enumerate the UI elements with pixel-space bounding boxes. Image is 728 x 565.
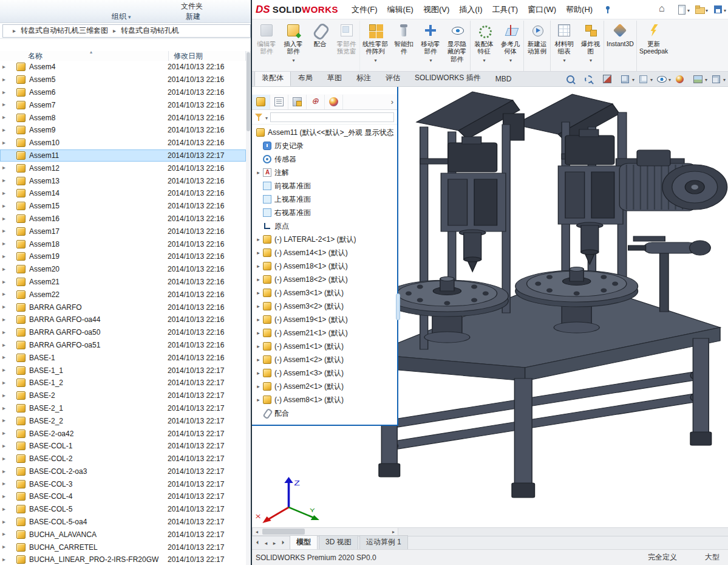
expand-arrow-icon[interactable] <box>254 263 262 269</box>
dropdown-caret-icon[interactable] <box>723 75 726 83</box>
file-row[interactable]: Assem4 2014/10/13 22:16 <box>0 61 246 74</box>
expand-arrow-icon[interactable] <box>254 357 262 363</box>
tree-item[interactable]: (-) Assem3<1> (默认) <box>252 286 397 300</box>
command-tab[interactable]: 布局 <box>291 72 320 86</box>
ribbon-button[interactable]: 爆炸视 图 <box>577 21 604 71</box>
tree-item[interactable]: (-) LATERAL-2<1> (默认) <box>252 233 397 246</box>
ribbon-button[interactable]: 插入零 部件 <box>280 21 307 71</box>
file-row[interactable]: Assem8 2014/10/13 22:16 <box>0 111 246 124</box>
expand-arrow-icon[interactable] <box>254 290 262 296</box>
tree-item[interactable]: 右视基准面 <box>252 206 397 219</box>
dropdown-caret-icon[interactable] <box>705 5 708 14</box>
dropdown-caret-icon[interactable] <box>482 55 485 64</box>
ribbon-button[interactable]: Instant3D <box>604 21 637 71</box>
expand-arrow-icon[interactable] <box>254 383 262 389</box>
file-row[interactable]: BUCHA_LINEAR_PRO-2-IRS-FR20GW 2014/10/13… <box>0 553 246 565</box>
dropdown-caret-icon[interactable] <box>704 75 707 83</box>
expand-arrow-icon[interactable] <box>254 370 262 376</box>
document-tab[interactable]: 3D 视图 <box>319 535 358 549</box>
quick-access-button[interactable] <box>693 3 710 16</box>
expand-arrow-icon[interactable] <box>254 343 262 349</box>
ribbon-button[interactable]: 新建运 动算例 <box>524 21 551 71</box>
file-row[interactable]: Assem12 2014/10/13 22:16 <box>0 162 246 174</box>
menu-item[interactable]: 窗口(W) <box>523 2 561 18</box>
menu-item[interactable]: 工具(T) <box>488 2 523 18</box>
file-row[interactable]: BARRA GARFO-oa51 2014/10/13 22:16 <box>0 339 246 352</box>
expand-arrow-icon[interactable] <box>254 170 262 176</box>
quick-access-button[interactable] <box>656 3 673 16</box>
tab-scroll-buttons[interactable]: ⏴◂▸⏵ <box>253 536 287 549</box>
dropdown-caret-icon[interactable] <box>509 55 512 64</box>
document-tab[interactable]: 模型 <box>290 535 318 549</box>
ribbon-button[interactable]: 智能扣 件 <box>390 21 417 71</box>
tree-item[interactable]: (-) Assem18<1> (默认) <box>252 259 397 273</box>
tree-item[interactable]: (-) Assem3<2> (默认) <box>252 300 397 313</box>
file-row[interactable]: Assem11 2014/10/13 22:17 <box>0 149 246 162</box>
last-tab-icon[interactable]: ⏵ <box>279 539 287 546</box>
file-row[interactable]: BASE-COL-2-oa3 2014/10/13 22:17 <box>0 465 246 478</box>
dropdown-caret-icon[interactable] <box>562 55 565 64</box>
file-row[interactable]: Assem18 2014/10/13 22:16 <box>0 238 246 250</box>
menu-item[interactable]: 编辑(E) <box>383 2 418 18</box>
dropdown-caret-icon[interactable] <box>650 75 653 83</box>
column-header-name[interactable]: 名称 <box>28 51 43 61</box>
breadcrumb-item[interactable]: 转盘式自动钻孔机 <box>108 26 179 36</box>
file-row[interactable]: BASE-COL-1 2014/10/13 22:17 <box>0 440 246 453</box>
ribbon-button[interactable]: 配合 <box>307 21 333 71</box>
explorer-scrollbar[interactable] <box>246 51 251 565</box>
file-row[interactable]: Assem22 2014/10/13 22:16 <box>0 288 246 301</box>
file-row[interactable]: BASE-2_2 2014/10/13 22:17 <box>0 414 246 427</box>
tree-item[interactable]: 配合 <box>252 406 397 420</box>
scrollbar-track[interactable] <box>261 528 389 535</box>
command-tab[interactable]: 评估 <box>378 72 407 86</box>
organize-button[interactable]: 组织 <box>112 12 131 22</box>
command-tab[interactable]: SOLIDWORKS 插件 <box>407 72 488 86</box>
tree-item[interactable]: (-) Assem2<1> (默认) <box>252 380 397 393</box>
file-row[interactable]: Assem13 2014/10/13 22:16 <box>0 174 246 187</box>
dropdown-caret-icon[interactable] <box>687 5 690 14</box>
menu-item[interactable]: 帮助(H) <box>561 2 597 18</box>
file-row[interactable]: BASE-COL-5-oa4 2014/10/13 22:17 <box>0 516 246 529</box>
menu-item[interactable]: 文件(F) <box>347 2 383 18</box>
file-row[interactable]: Assem17 2014/10/13 22:16 <box>0 225 246 238</box>
file-row[interactable]: BUCHA_CARRETEL 2014/10/13 22:17 <box>0 541 246 553</box>
expand-arrow-icon[interactable] <box>254 236 262 242</box>
file-row[interactable]: BASE-2-oa42 2014/10/13 22:17 <box>0 427 246 440</box>
dropdown-caret-icon[interactable] <box>265 113 268 122</box>
heads-up-button[interactable] <box>692 74 707 84</box>
tree-item[interactable]: 前视基准面 <box>252 179 397 193</box>
scroll-left-icon[interactable]: ◂ <box>253 529 261 535</box>
tree-item[interactable]: 上视基准面 <box>252 193 397 206</box>
dropdown-caret-icon[interactable] <box>373 55 376 64</box>
tree-item[interactable]: (-) Assem1<3> (默认) <box>252 366 397 380</box>
panel-tab[interactable] <box>325 95 343 109</box>
menu-item[interactable]: 插入(I) <box>454 2 487 18</box>
file-row[interactable]: BASE-2_1 2014/10/13 22:17 <box>0 402 246 415</box>
new-folder-button[interactable]: 新建 <box>186 12 200 22</box>
file-row[interactable]: Assem16 2014/10/13 22:16 <box>0 213 246 225</box>
expand-arrow-icon[interactable] <box>254 317 262 323</box>
file-row[interactable]: BARRA GARFO-oa44 2014/10/13 22:16 <box>0 313 246 326</box>
expand-arrow-icon[interactable] <box>254 303 262 309</box>
tree-filter-input[interactable] <box>270 112 394 122</box>
pneumatic-unit[interactable] <box>628 236 710 312</box>
heads-up-button[interactable] <box>601 74 616 84</box>
panel-tab[interactable] <box>252 95 270 109</box>
expand-arrow-icon[interactable] <box>254 330 262 336</box>
ribbon-button[interactable]: 线性零部 件阵列 <box>360 21 390 71</box>
command-tab[interactable]: 草图 <box>320 72 349 86</box>
tree-horizontal-scrollbar[interactable]: ◂ ▸ <box>252 527 398 536</box>
expand-arrow-icon[interactable] <box>254 250 262 256</box>
file-row[interactable]: BUCHA_ALAVANCA 2014/10/13 22:17 <box>0 528 246 541</box>
file-row[interactable]: BARRA GARFO 2014/10/13 22:16 <box>0 301 246 313</box>
file-row[interactable]: BARRA GARFO-oa50 2014/10/13 22:16 <box>0 326 246 339</box>
file-row[interactable]: BASE-1_2 2014/10/13 22:17 <box>0 377 246 389</box>
tree-item[interactable]: 传感器 <box>252 152 397 166</box>
ribbon-button[interactable]: 装配体 特征 <box>471 21 497 71</box>
heads-up-button[interactable] <box>674 74 689 84</box>
tree-item[interactable]: (-) Assem8<1> (默认) <box>252 393 397 406</box>
dropdown-caret-icon[interactable] <box>291 55 294 64</box>
file-row[interactable]: Assem15 2014/10/13 22:16 <box>0 200 246 213</box>
heads-up-button[interactable] <box>619 74 634 84</box>
expand-arrow-icon[interactable] <box>254 276 262 282</box>
